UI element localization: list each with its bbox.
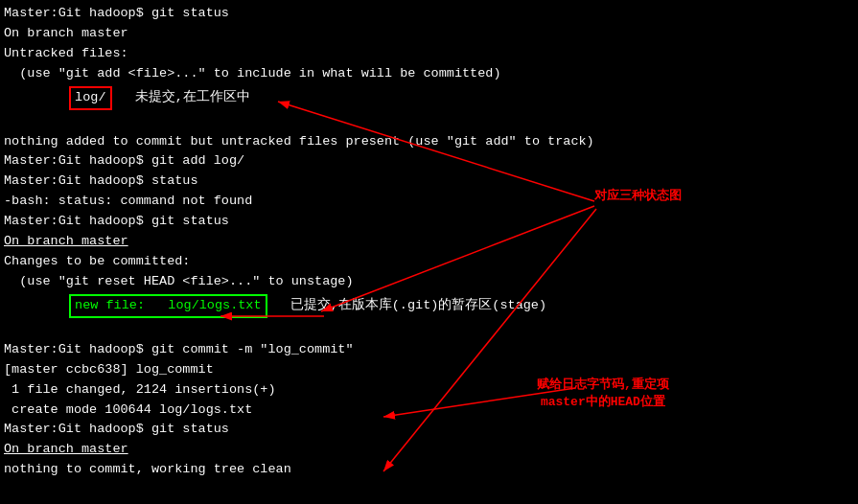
branch-text-2: On branch master <box>4 234 128 248</box>
line-commit-result-1: [master ccbc638] log_commit <box>4 360 854 380</box>
untracked-file-box: log/ <box>69 86 111 110</box>
nothing-added-text: nothing added to commit but untracked fi… <box>4 134 594 149</box>
three-states-annotation: 对应三种状态图 <box>594 187 682 204</box>
line-git-status-final: Master:Git hadoop$ git status <box>4 420 854 440</box>
bash-error-text: -bash: status: command not found <box>4 194 252 208</box>
line-4: (use "git add <file>..." to include in w… <box>4 64 854 84</box>
line-2: On branch master <box>4 24 854 44</box>
line-commit-result-3: create mode 100644 log/logs.txt <box>4 401 854 421</box>
untracked-hint: (use "git add <file>..." to include in w… <box>4 66 500 80</box>
line-on-branch-2: On branch master <box>4 232 854 252</box>
git-status-prompt-3: Master:Git hadoop$ git status <box>4 214 229 228</box>
line-git-status-3: Master:Git hadoop$ git status <box>4 212 854 232</box>
untracked-file-text: log/ <box>75 90 105 104</box>
commit-result-text-1: [master ccbc638] log_commit <box>4 362 214 377</box>
commit-annotation: 赋给日志字节码,重定项 master中的HEAD位置 <box>537 376 669 410</box>
line-3: Untracked files: <box>4 44 854 64</box>
untracked-annotation-inline: 未提交,在工作区中 <box>135 90 250 104</box>
git-status-prompt-2: Master:Git hadoop$ status <box>4 173 198 188</box>
untracked-box-line: log/ 未提交,在工作区中 <box>4 86 854 110</box>
branch-text-1: On branch master <box>4 26 128 40</box>
changes-text: Changes to be committed: <box>4 254 190 268</box>
line-git-commit: Master:Git hadoop$ git commit -m "log_co… <box>4 340 854 360</box>
line-bash-error: -bash: status: command not found <box>4 192 854 212</box>
line-1: Master:Git hadoop$ git status <box>4 4 854 24</box>
commit-result-text-3: create mode 100644 log/logs.txt <box>4 402 252 417</box>
line-nothing-added: nothing added to commit but untracked fi… <box>4 132 854 152</box>
git-commit-prompt: Master:Git hadoop$ git commit -m "log_co… <box>4 342 354 356</box>
git-add-prompt: Master:Git hadoop$ git add log/ <box>4 153 244 168</box>
blank-2 <box>4 320 854 340</box>
line-git-reset-hint: (use "git reset HEAD <file>..." to unsta… <box>4 272 854 292</box>
staged-file-text: new file: log/logs.txt <box>75 298 261 312</box>
branch-text-3: On branch master <box>4 442 128 456</box>
staged-annotation-inline: 已提交,在版本库(.git)的暂存区(stage) <box>290 298 546 312</box>
staged-file-box: new file: log/logs.txt <box>69 294 267 318</box>
line-on-branch-3: On branch master <box>4 440 854 460</box>
line-commit-result-2: 1 file changed, 2124 insertions(+) <box>4 380 854 401</box>
line-git-status-2: Master:Git hadoop$ status <box>4 172 854 192</box>
prompt-text: Master:Git hadoop$ git status <box>4 6 229 20</box>
untracked-header: Untracked files: <box>4 46 128 60</box>
line-nothing-to-commit: nothing to commit, working tree clean <box>4 460 854 480</box>
reset-hint-text: (use "git reset HEAD <file>..." to unsta… <box>4 274 354 288</box>
staged-box-line: new file: log/logs.txt 已提交,在版本库(.git)的暂存… <box>4 294 854 318</box>
line-git-add: Master:Git hadoop$ git add log/ <box>4 151 854 172</box>
terminal: Master:Git hadoop$ git status On branch … <box>0 0 858 484</box>
nothing-to-commit-text: nothing to commit, working tree clean <box>4 462 291 476</box>
git-status-prompt-final: Master:Git hadoop$ git status <box>4 422 229 436</box>
line-changes: Changes to be committed: <box>4 252 854 272</box>
commit-result-text-2: 1 file changed, 2124 insertions(+) <box>4 382 276 397</box>
blank-1 <box>4 112 854 132</box>
